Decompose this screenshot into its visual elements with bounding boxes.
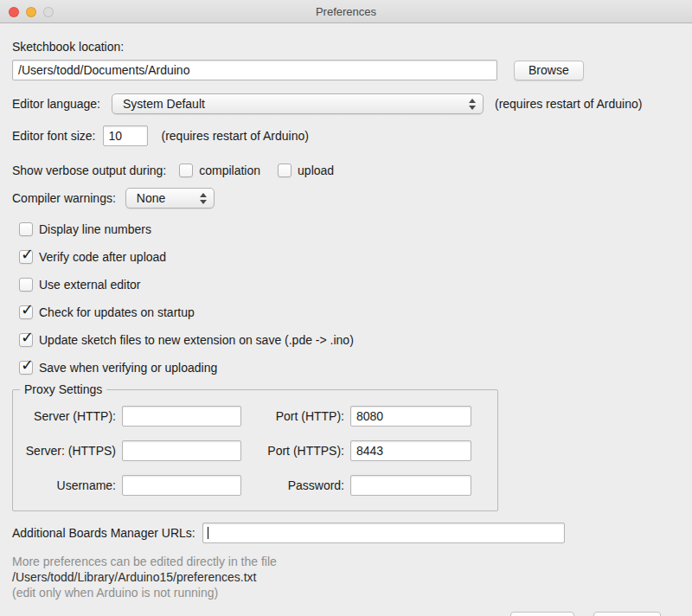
port-https-label: Port (HTTPS):	[250, 444, 350, 458]
footer-note-line1: More preferences can be edited directly …	[12, 554, 680, 569]
compiler-warnings-select[interactable]: None	[125, 188, 215, 209]
compiler-warnings-label: Compiler warnings:	[12, 191, 116, 205]
display-line-numbers-checkbox[interactable]	[19, 222, 33, 236]
proxy-settings-group: Proxy Settings Server (HTTP): Port (HTTP…	[12, 389, 498, 511]
compiler-warnings-value: None	[137, 191, 193, 205]
checkbox-label: Display line numbers	[39, 222, 151, 236]
cancel-button[interactable]: Cancel	[593, 612, 661, 616]
save-when-verifying-checkbox[interactable]	[19, 361, 33, 375]
server-https-input[interactable]	[122, 440, 241, 461]
server-http-input[interactable]	[122, 406, 241, 427]
close-window-icon[interactable]	[9, 7, 19, 17]
proxy-settings-legend: Proxy Settings	[20, 382, 106, 396]
use-external-editor-checkbox[interactable]	[19, 278, 33, 292]
checkbox-row: Update sketch files to new extension on …	[19, 332, 680, 347]
browse-button[interactable]: Browse	[514, 61, 584, 80]
editor-language-label: Editor language:	[12, 97, 100, 111]
sketchbook-location-input[interactable]	[12, 60, 497, 80]
checkbox-row: Verify code after upload	[19, 249, 680, 264]
server-http-label: Server (HTTP):	[13, 409, 122, 423]
boards-manager-urls-input[interactable]	[202, 523, 565, 543]
checkbox-row: Save when verifying or uploading	[19, 360, 680, 375]
verify-code-after-upload-checkbox[interactable]	[19, 250, 33, 264]
editor-language-note: (requires restart of Arduino)	[495, 97, 642, 111]
checkbox-label: Update sketch files to new extension on …	[39, 333, 354, 347]
stepper-arrows-icon	[469, 99, 476, 110]
checkbox-row: Display line numbers	[19, 221, 680, 236]
editor-font-size-input[interactable]	[103, 125, 148, 146]
check-for-updates-checkbox[interactable]	[19, 305, 33, 319]
zoom-window-icon	[43, 7, 54, 17]
username-label: Username:	[13, 478, 122, 492]
port-http-input[interactable]	[350, 406, 471, 427]
checkbox-row: Use external editor	[19, 277, 680, 292]
upload-checkbox-label: upload	[298, 164, 334, 177]
editor-font-size-note: (requires restart of Arduino)	[162, 129, 309, 143]
username-input[interactable]	[122, 475, 241, 496]
minimize-window-icon[interactable]	[26, 7, 36, 17]
boards-manager-urls-label: Additional Boards Manager URLs:	[12, 526, 195, 540]
checkbox-row: Check for updates on startup	[19, 305, 680, 319]
password-input[interactable]	[350, 475, 471, 496]
footer-note-line3: (edit only when Arduino is not running)	[12, 585, 680, 600]
verbose-output-label: Show verbose output during:	[12, 164, 166, 177]
editor-font-size-label: Editor font size:	[12, 129, 96, 143]
port-https-input[interactable]	[350, 440, 471, 461]
compilation-checkbox[interactable]	[179, 164, 193, 177]
compilation-checkbox-label: compilation	[199, 164, 260, 177]
preferences-file-path: /Users/todd/Library/Arduino15/preference…	[12, 569, 680, 585]
window-title: Preferences	[316, 5, 376, 18]
checkbox-label: Save when verifying or uploading	[39, 361, 217, 375]
upload-checkbox[interactable]	[278, 164, 292, 177]
password-label: Password:	[250, 478, 350, 492]
server-https-label: Server: (HTTPS)	[13, 444, 122, 458]
editor-language-select[interactable]: System Default	[112, 93, 484, 114]
window-titlebar: Preferences	[0, 0, 692, 23]
update-sketch-extension-checkbox[interactable]	[19, 333, 33, 347]
checkbox-label: Check for updates on startup	[39, 305, 195, 319]
checkbox-label: Verify code after upload	[39, 250, 166, 264]
editor-language-value: System Default	[123, 97, 462, 111]
text-caret	[208, 527, 208, 539]
checkbox-label: Use external editor	[39, 278, 141, 292]
stepper-arrows-icon	[200, 193, 207, 204]
port-http-label: Port (HTTP):	[250, 409, 350, 423]
sketchbook-location-label: Sketchbook location:	[12, 40, 124, 54]
ok-button[interactable]: OK	[510, 612, 574, 616]
